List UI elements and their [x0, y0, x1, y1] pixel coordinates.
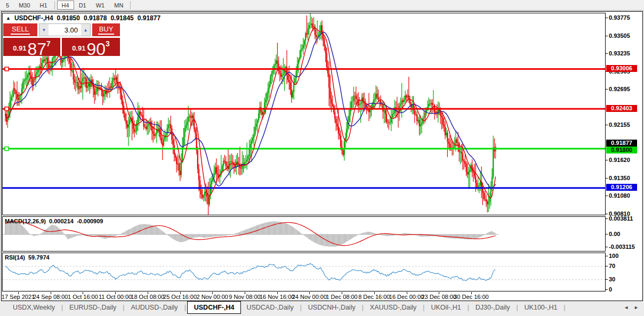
macd-axis-label: 0.003811: [609, 215, 633, 222]
timeframe-button-5[interactable]: 5: [1, 1, 14, 10]
price-axis-label: 0.91350: [609, 175, 630, 181]
buy-price-sup: 3: [106, 39, 110, 48]
rsi-label: RSI(14) 59.7974: [5, 254, 50, 261]
price-badge-0.93006: 0.93006: [606, 65, 637, 72]
symbol-tab-uk100-h1[interactable]: UK100-,H1: [519, 301, 563, 313]
timeframe-button-h1[interactable]: H1: [35, 1, 52, 10]
rsi-name: RSI(14): [5, 254, 25, 261]
price-axis-label: 0.91620: [609, 157, 630, 163]
volume-increase-button[interactable]: ▲: [81, 24, 90, 36]
tab-separator: |: [183, 301, 187, 314]
macd-main-value: 0.000214: [49, 218, 74, 224]
symbol-tab-usdcad-daily[interactable]: USDCAD-,Daily: [241, 301, 299, 313]
line-anchor[interactable]: [5, 107, 9, 111]
axis-tick: [606, 279, 608, 280]
tab-separator: |: [466, 301, 470, 314]
toolbar-separator: [130, 1, 131, 9]
axis-tick: [606, 247, 608, 247]
symbol-tab-eurusd-daily[interactable]: EURUSD-,Daily: [64, 301, 122, 313]
price-badge-0.91206: 0.91206: [606, 184, 637, 191]
timeframe-toolbar: 5M30H1H4D1W1MN: [0, 0, 644, 11]
tab-separator: |: [122, 301, 125, 314]
rsi-value: 59.7974: [28, 254, 50, 261]
sell-price-prefix: 0.91: [13, 44, 26, 52]
symbol-tab-usdx-weekly[interactable]: USDX,Weekly: [7, 301, 60, 313]
macd-label: MACD(12,26,9) 0.000214 -0.000909: [5, 218, 103, 224]
rsi-axis-label: 100: [609, 253, 618, 259]
one-click-trade-panel: SELL ▼ ▲ BUY 0.91 87 7 0.91 90 3: [3, 23, 120, 56]
macd-signal-value: -0.000909: [77, 218, 103, 224]
line-anchor[interactable]: [5, 67, 9, 71]
rsi-pane[interactable]: [2, 253, 606, 291]
buy-price-prefix: 0.91: [72, 44, 85, 52]
axis-tick: [606, 18, 608, 18]
rsi-axis-label: 0: [609, 286, 612, 293]
tab-scroll-left-icon[interactable]: ◄: [624, 305, 629, 310]
axis-tick: [606, 196, 608, 196]
price-axis-label: 0.92695: [609, 86, 630, 92]
axis-tick: [606, 266, 608, 266]
symbol-tab-bar: USDX,Weekly|EURUSD-,Daily|AUDUSD-,Daily|…: [0, 301, 644, 316]
timeframe-button-d1[interactable]: D1: [74, 1, 91, 10]
rsi-axis-label: 70: [609, 263, 615, 269]
mt4-terminal: { "toolbar": { "timeframes": ["5", "M30"…: [0, 0, 644, 316]
price-axis-label: 0.92155: [609, 121, 630, 128]
price-badge-0.91800: 0.91800: [606, 147, 637, 153]
sell-price-big: 87: [27, 42, 46, 56]
chart-symbol-label: USDCHF-,H4: [14, 14, 53, 22]
price-axis-label: 0.93775: [609, 14, 630, 21]
chart-title: ▲ USDCHF-,H4 0.91850 0.91878 0.91845 0.9…: [6, 14, 160, 22]
axis-tick: [606, 125, 608, 125]
macd-name: MACD(12,26,9): [5, 218, 46, 224]
toolbar-separator: [54, 1, 55, 9]
axis-tick: [606, 36, 608, 36]
tab-separator: |: [361, 301, 365, 314]
buy-price-big: 90: [86, 42, 106, 56]
symbol-tab-audusd-daily[interactable]: AUDUSD-,Daily: [125, 301, 183, 313]
collapse-arrow-icon[interactable]: ▲: [6, 15, 11, 21]
price-axis-label: 0.93235: [609, 50, 630, 56]
price-badge-0.91877: 0.91877: [606, 140, 637, 147]
symbol-tab-dj30-daily[interactable]: DJ30-,Daily: [470, 301, 516, 313]
symbol-tab-xauusd-daily[interactable]: XAUUSD-,Daily: [365, 301, 422, 313]
ohlc-high: 0.91878: [84, 14, 107, 22]
ohlc-close: 0.91877: [138, 14, 160, 22]
axis-tick: [606, 234, 608, 234]
axis-tick: [606, 53, 608, 54]
axis-tick: [606, 256, 608, 256]
volume-input[interactable]: [49, 24, 81, 36]
timeframe-button-w1[interactable]: W1: [91, 1, 110, 10]
line-anchor[interactable]: [5, 147, 9, 151]
sell-price-sup: 7: [46, 39, 51, 48]
macd-axis-label: -0.003115: [609, 244, 635, 250]
timeframe-button-mn[interactable]: MN: [109, 1, 128, 10]
axis-tick: [606, 218, 608, 219]
symbol-tab-ukoil-h1[interactable]: UKOil-,H1: [425, 301, 466, 313]
rsi-line: [5, 263, 496, 280]
ohlc-low: 0.91845: [110, 14, 133, 22]
axis-tick: [606, 160, 608, 160]
price-badge-0.92403: 0.92403: [606, 105, 637, 112]
rsi-canvas[interactable]: [3, 253, 605, 291]
timeframe-button-m30[interactable]: M30: [14, 1, 35, 10]
volume-decrease-button[interactable]: ▼: [39, 24, 49, 36]
time-axis-label: 30 Dec 16:00: [447, 294, 495, 300]
symbol-tab-usdcnh-daily[interactable]: USDCNH-,Daily: [303, 301, 361, 313]
volume-spinner: ▼ ▲: [39, 23, 91, 36]
sell-price-tile[interactable]: 0.91 87 7: [3, 38, 60, 56]
price-axis-label: 0.91080: [609, 192, 630, 199]
axis-tick: [606, 89, 608, 90]
tab-scroll-right-icon[interactable]: ►: [634, 305, 639, 310]
tab-separator: |: [562, 301, 566, 314]
rsi-axis-label: 30: [609, 276, 615, 282]
macd-axis-label: 0.00: [609, 231, 620, 237]
timeframe-button-h4[interactable]: H4: [57, 1, 74, 10]
symbol-tab-usdchf-h4[interactable]: USDCHF-,H4: [187, 301, 241, 314]
tab-separator: |: [60, 301, 64, 314]
sell-button-label: SELL: [11, 25, 30, 35]
buy-price-tile[interactable]: 0.91 90 3: [62, 38, 120, 56]
sell-button[interactable]: SELL: [3, 23, 37, 36]
buy-button[interactable]: BUY: [92, 23, 120, 36]
tab-separator: |: [515, 301, 519, 314]
tab-separator: |: [299, 301, 303, 314]
